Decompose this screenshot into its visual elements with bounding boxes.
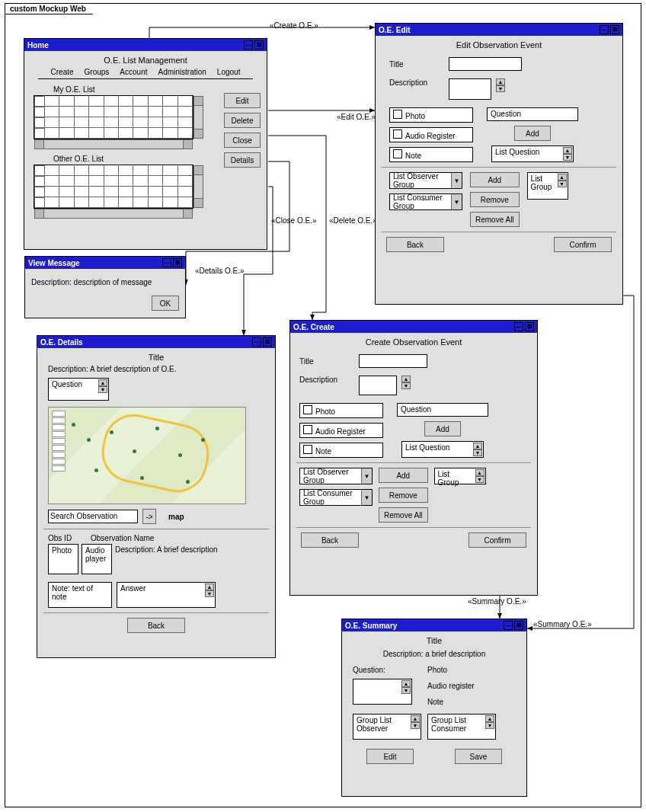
- photo-check[interactable]: Photo: [389, 107, 473, 123]
- nav-groups[interactable]: Groups: [85, 68, 110, 76]
- nav-logout[interactable]: Logout: [217, 68, 241, 76]
- add-button[interactable]: Add: [514, 126, 551, 141]
- nav-admin[interactable]: Administration: [158, 68, 206, 76]
- down-arrow-icon[interactable]: ▼: [558, 181, 567, 187]
- up-arrow-icon[interactable]: ▲: [98, 379, 107, 386]
- question-input[interactable]: Question: [487, 107, 578, 121]
- my-list-table[interactable]: [34, 95, 193, 139]
- titlebar-oe-create[interactable]: O.E. Create — ⊠: [290, 321, 537, 333]
- up-arrow-icon[interactable]: ▲: [496, 78, 505, 85]
- remove-all-button[interactable]: Remove All: [470, 212, 520, 227]
- question-input[interactable]: Question: [397, 403, 488, 417]
- down-arrow-icon[interactable]: ▼: [401, 382, 411, 389]
- up-arrow-icon[interactable]: ▲: [411, 715, 420, 722]
- edit-desc-textarea[interactable]: [449, 78, 491, 100]
- min-icon[interactable]: —: [514, 322, 523, 331]
- audio-check[interactable]: Audio Register: [389, 127, 473, 142]
- up-arrow-icon[interactable]: ▲: [205, 583, 214, 590]
- checkbox-icon[interactable]: [303, 425, 312, 434]
- back-button[interactable]: Back: [127, 618, 185, 633]
- back-button[interactable]: Back: [301, 532, 359, 548]
- titlebar-view-message[interactable]: View Message — ⊠: [25, 257, 185, 269]
- up-arrow-icon[interactable]: ▲: [401, 680, 411, 687]
- edit-button[interactable]: Edit: [366, 749, 414, 764]
- min-icon[interactable]: —: [244, 40, 253, 50]
- down-arrow-icon[interactable]: ▼: [475, 476, 484, 483]
- titlebar-oe-summary[interactable]: O.E. Summary — ⊠: [342, 619, 526, 631]
- min-icon[interactable]: —: [162, 258, 171, 267]
- chevron-down-icon[interactable]: ▼: [451, 194, 462, 209]
- chevron-down-icon[interactable]: ▼: [451, 173, 462, 188]
- down-arrow-icon[interactable]: ▼: [485, 722, 494, 729]
- remove-all-button[interactable]: Remove All: [379, 507, 428, 523]
- edit-title-input[interactable]: [449, 57, 522, 71]
- up-arrow-icon[interactable]: ▲: [473, 443, 482, 449]
- min-icon[interactable]: —: [600, 25, 609, 34]
- list-question-listbox[interactable]: List Question ▲▼: [401, 441, 484, 458]
- checkbox-icon[interactable]: [393, 129, 402, 139]
- details-button[interactable]: Details: [224, 152, 261, 168]
- up-arrow-icon[interactable]: ▲: [485, 715, 494, 722]
- list-group-listbox[interactable]: List Group ▲▼: [527, 172, 568, 200]
- consumer-group-select[interactable]: List Consumer Group▼: [299, 489, 373, 506]
- add-button[interactable]: Add: [424, 421, 461, 436]
- remove-button[interactable]: Remove: [470, 192, 520, 207]
- scrollbar-h[interactable]: [34, 139, 193, 149]
- titlebar-oe-edit[interactable]: O.E. Edit — ⊠: [376, 24, 622, 36]
- close-icon[interactable]: ⊠: [514, 621, 523, 630]
- close-icon[interactable]: ⊠: [263, 337, 272, 347]
- close-icon[interactable]: ⊠: [173, 258, 182, 267]
- checkbox-icon[interactable]: [393, 149, 402, 158]
- confirm-button[interactable]: Confirm: [554, 237, 612, 252]
- add-group-button[interactable]: Add: [470, 172, 520, 187]
- group-consumer-listbox[interactable]: Group List Consumer ▲▼: [427, 714, 496, 740]
- create-title-input[interactable]: [359, 354, 427, 368]
- nav-create[interactable]: Create: [51, 68, 74, 76]
- close-icon[interactable]: ⊠: [610, 25, 619, 34]
- save-button[interactable]: Save: [455, 749, 502, 764]
- down-arrow-icon[interactable]: ▼: [496, 85, 505, 92]
- down-arrow-icon[interactable]: ▼: [205, 590, 214, 597]
- scrollbar-v[interactable]: [193, 165, 203, 208]
- back-button[interactable]: Back: [386, 237, 444, 252]
- audio-check[interactable]: Audio Register: [299, 423, 383, 438]
- up-arrow-icon[interactable]: ▲: [475, 469, 484, 476]
- group-observer-listbox[interactable]: Group List Observer ▲▼: [353, 714, 421, 740]
- note-check[interactable]: Note: [389, 147, 473, 162]
- observer-group-select[interactable]: List Observer Group▼: [299, 468, 373, 484]
- down-arrow-icon[interactable]: ▼: [401, 687, 411, 694]
- chevron-down-icon[interactable]: ▼: [361, 468, 372, 484]
- delete-button[interactable]: Delete: [224, 113, 261, 128]
- nav-account[interactable]: Account: [120, 68, 147, 76]
- checkbox-icon[interactable]: [393, 110, 402, 119]
- create-desc-textarea[interactable]: [359, 376, 397, 395]
- down-arrow-icon[interactable]: ▼: [411, 722, 420, 729]
- min-icon[interactable]: —: [252, 337, 261, 347]
- chevron-down-icon[interactable]: ▼: [361, 490, 372, 505]
- up-arrow-icon[interactable]: ▲: [558, 174, 567, 181]
- titlebar-oe-details[interactable]: O.E. Details — ⊠: [37, 336, 275, 348]
- go-button[interactable]: ->: [142, 509, 156, 524]
- min-icon[interactable]: —: [504, 621, 513, 630]
- up-arrow-icon[interactable]: ▲: [563, 147, 572, 154]
- down-arrow-icon[interactable]: ▼: [473, 449, 482, 456]
- edit-button[interactable]: Edit: [224, 93, 261, 108]
- other-list-table[interactable]: [34, 165, 193, 209]
- close-icon[interactable]: ⊠: [525, 322, 534, 331]
- map-widget[interactable]: [48, 407, 246, 504]
- up-arrow-icon[interactable]: ▲: [401, 376, 411, 382]
- checkbox-icon[interactable]: [303, 405, 312, 414]
- photo-check[interactable]: Photo: [299, 403, 383, 418]
- ok-button[interactable]: OK: [152, 296, 179, 311]
- map-zoom-controls[interactable]: [52, 411, 66, 472]
- note-check[interactable]: Note: [299, 443, 383, 458]
- scrollbar-h[interactable]: [34, 209, 193, 219]
- scrollbar-v[interactable]: [193, 96, 203, 139]
- close-button[interactable]: Close: [224, 133, 261, 148]
- down-arrow-icon[interactable]: ▼: [98, 386, 107, 393]
- observer-group-select[interactable]: List Observer Group▼: [389, 172, 462, 189]
- list-question-listbox[interactable]: List Question ▲▼: [491, 145, 574, 162]
- consumer-group-select[interactable]: List Consumer Group▼: [389, 193, 462, 210]
- down-arrow-icon[interactable]: ▼: [563, 154, 572, 161]
- list-group-listbox[interactable]: List Group ▲▼: [434, 468, 486, 484]
